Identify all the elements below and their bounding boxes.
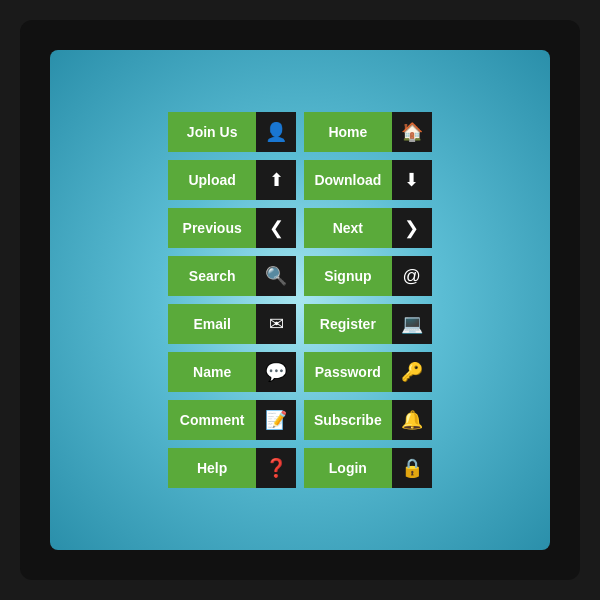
upload-icon: ⬆ [256,160,296,200]
join-us-button[interactable]: Join Us👤 [168,112,296,152]
join-us-icon: 👤 [256,112,296,152]
login-label: Login [304,448,392,488]
search-icon: 🔍 [256,256,296,296]
previous-label: Previous [168,208,256,248]
home-label: Home [304,112,392,152]
button-grid: Join Us👤Home🏠Upload⬆Download⬇Previous❮Ne… [158,102,441,498]
next-button[interactable]: Next❯ [304,208,432,248]
register-button[interactable]: Register💻 [304,304,432,344]
help-label: Help [168,448,256,488]
help-button[interactable]: Help❓ [168,448,296,488]
signup-label: Signup [304,256,392,296]
join-us-label: Join Us [168,112,256,152]
email-label: Email [168,304,256,344]
next-label: Next [304,208,392,248]
comment-button[interactable]: Comment📝 [168,400,296,440]
upload-button[interactable]: Upload⬆ [168,160,296,200]
password-icon: 🔑 [392,352,432,392]
name-button[interactable]: Name💬 [168,352,296,392]
name-icon: 💬 [256,352,296,392]
signup-icon: @ [392,256,432,296]
email-button[interactable]: Email✉ [168,304,296,344]
search-button[interactable]: Search🔍 [168,256,296,296]
download-label: Download [304,160,392,200]
previous-button[interactable]: Previous❮ [168,208,296,248]
inner-panel: Join Us👤Home🏠Upload⬆Download⬇Previous❮Ne… [50,50,550,550]
search-label: Search [168,256,256,296]
register-icon: 💻 [392,304,432,344]
download-icon: ⬇ [392,160,432,200]
signup-button[interactable]: Signup@ [304,256,432,296]
next-icon: ❯ [392,208,432,248]
email-icon: ✉ [256,304,296,344]
download-button[interactable]: Download⬇ [304,160,432,200]
subscribe-icon: 🔔 [392,400,432,440]
register-label: Register [304,304,392,344]
previous-icon: ❮ [256,208,296,248]
comment-label: Comment [168,400,256,440]
login-icon: 🔒 [392,448,432,488]
subscribe-label: Subscribe [304,400,392,440]
upload-label: Upload [168,160,256,200]
password-button[interactable]: Password🔑 [304,352,432,392]
comment-icon: 📝 [256,400,296,440]
password-label: Password [304,352,392,392]
home-button[interactable]: Home🏠 [304,112,432,152]
home-icon: 🏠 [392,112,432,152]
name-label: Name [168,352,256,392]
subscribe-button[interactable]: Subscribe🔔 [304,400,432,440]
login-button[interactable]: Login🔒 [304,448,432,488]
outer-frame: Join Us👤Home🏠Upload⬆Download⬇Previous❮Ne… [20,20,580,580]
help-icon: ❓ [256,448,296,488]
